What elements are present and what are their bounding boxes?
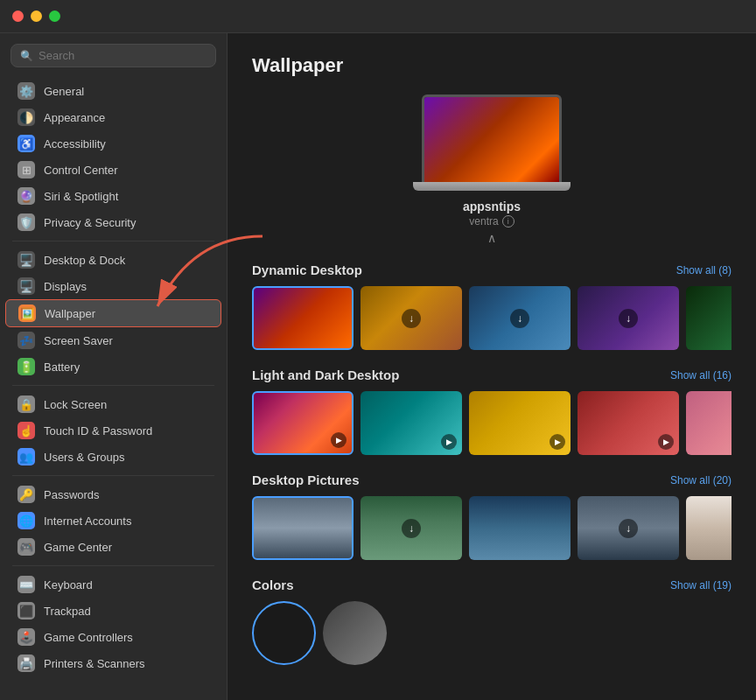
download-icon-dd-2: ↓ [402,309,421,328]
sidebar-item-printers-scanners[interactable]: 🖨️ Printers & Scanners [5,650,221,676]
sidebar-section-2: 🖥️ Desktop & Dock 🖥️ Displays 🖼️ Wallpap… [0,247,227,380]
download-icon-dd-4: ↓ [619,309,638,328]
sidebar-label-displays: Displays [44,280,87,293]
divider-4 [12,565,214,566]
game-controllers-icon: 🕹️ [18,628,35,646]
sidebar-item-game-center[interactable]: 🎮 Game Center [5,534,221,560]
sidebar-item-screen-saver[interactable]: 💤 Screen Saver [5,327,221,354]
close-button[interactable] [12,10,24,22]
search-box[interactable]: 🔍 [10,44,216,67]
wallpaper-thumb-ld-5[interactable]: ▶ [686,391,732,455]
wallpaper-thumb-color-2[interactable] [323,601,387,665]
wallpaper-thumb-dd-4[interactable]: ↓ [578,286,679,350]
sidebar-label-game-center: Game Center [44,541,112,554]
sidebar-item-trackpad[interactable]: ⬛ Trackpad [5,598,221,624]
divider-1 [12,241,214,242]
sidebar-item-game-controllers[interactable]: 🕹️ Game Controllers [5,624,221,650]
show-all-desktop-pics[interactable]: Show all (20) [670,474,732,486]
sidebar-label-siri-spotlight: Siri & Spotlight [44,190,118,203]
sidebar-item-touch-id[interactable]: ☝️ Touch ID & Password [5,417,221,444]
sidebar-label-control-center: Control Center [44,164,118,177]
section-header-desktop-pics: Desktop Pictures Show all (20) [252,472,732,487]
sidebar-section-1: ⚙️ General 🌓 Appearance ♿ Accessibility … [0,78,227,235]
wallpaper-grid-colors [252,601,732,665]
main-content: Wallpaper appsntips ventra i ∧ Dynamic D… [228,33,756,700]
wallpaper-thumb-dp-2[interactable]: ↓ [360,496,462,560]
show-all-dynamic[interactable]: Show all (8) [676,264,732,276]
wallpaper-grid-dynamic: ↓ ↓ ↓ [252,286,732,350]
section-header-dynamic: Dynamic Desktop Show all (8) [252,262,732,277]
wallpaper-thumb-dp-4[interactable]: ↓ [578,496,679,560]
play-icon-ld-3: ▶ [550,434,565,450]
sidebar-item-displays[interactable]: 🖥️ Displays [5,273,221,299]
wallpaper-thumb-dd-5[interactable] [686,286,732,350]
sidebar-label-desktop-dock: Desktop & Dock [44,254,125,267]
wallpaper-thumb-dd-2[interactable]: ↓ [360,286,462,350]
wallpaper-thumb-dd-1[interactable] [252,286,354,350]
sidebar: 🔍 ⚙️ General 🌓 Appearance ♿ Accessibilit… [0,33,228,700]
sidebar-item-internet-accounts[interactable]: 🌐 Internet Accounts [5,508,221,534]
collapse-arrow[interactable]: ∧ [487,231,496,245]
sidebar-item-siri-spotlight[interactable]: 🔮 Siri & Spotlight [5,183,221,209]
sidebar-label-screen-saver: Screen Saver [44,334,113,347]
sidebar-section-3: 🔒 Lock Screen ☝️ Touch ID & Password 👥 U… [0,391,227,470]
sidebar-item-desktop-dock[interactable]: 🖥️ Desktop & Dock [5,247,221,273]
wallpaper-grid-lightdark: ▶ ▶ ▶ ▶ ▶ [252,391,732,455]
minimize-button[interactable] [31,10,42,22]
control-center-icon: ⊞ [18,161,35,178]
trackpad-icon: ⬛ [18,602,35,620]
sidebar-item-lock-screen[interactable]: 🔒 Lock Screen [5,391,221,417]
sidebar-item-wallpaper[interactable]: 🖼️ Wallpaper [5,299,221,327]
divider-2 [12,385,214,386]
sidebar-item-privacy-security[interactable]: 🛡️ Privacy & Security [5,209,221,235]
sidebar-item-keyboard[interactable]: ⌨️ Keyboard [5,571,221,598]
sidebar-label-keyboard: Keyboard [44,578,93,592]
sidebar-item-accessibility[interactable]: ♿ Accessibility [5,130,221,157]
section-title-dynamic: Dynamic Desktop [252,262,362,277]
sidebar-item-users-groups[interactable]: 👥 Users & Groups [5,444,221,470]
displays-icon: 🖥️ [18,277,35,295]
title-bar [0,0,756,33]
divider-3 [12,475,214,476]
section-header-lightdark: Light and Dark Desktop Show all (16) [252,368,732,382]
wallpaper-thumb-color-1[interactable] [252,601,316,665]
maximize-button[interactable] [49,10,60,22]
sidebar-label-privacy-security: Privacy & Security [44,216,136,229]
sidebar-label-wallpaper: Wallpaper [45,307,95,320]
appearance-icon: 🌓 [18,108,35,126]
sidebar-label-appearance: Appearance [44,111,105,124]
keyboard-icon: ⌨️ [18,576,35,593]
info-icon[interactable]: i [502,215,514,228]
wallpaper-thumb-ld-4[interactable]: ▶ [578,391,679,455]
show-all-colors[interactable]: Show all (19) [670,579,732,592]
search-input[interactable] [38,49,206,62]
wallpaper-thumb-dd-3[interactable]: ↓ [469,286,570,350]
laptop-screen [422,94,562,182]
sidebar-label-touch-id: Touch ID & Password [44,424,152,438]
wallpaper-thumb-dp-5[interactable] [686,496,732,560]
wallpaper-thumb-dp-3[interactable] [469,496,570,560]
sidebar-item-appearance[interactable]: 🌓 Appearance [5,104,221,130]
wallpaper-thumb-ld-3[interactable]: ▶ [469,391,570,455]
play-icon-ld-2: ▶ [441,434,457,450]
sidebar-label-passwords: Passwords [44,488,100,501]
show-all-lightdark[interactable]: Show all (16) [670,369,732,382]
search-wrapper: 🔍 [0,44,227,78]
sidebar-item-battery[interactable]: 🔋 Battery [5,354,221,380]
wallpaper-thumb-ld-1[interactable]: ▶ [252,391,354,455]
download-icon-dp-2: ↓ [402,519,421,538]
sidebar-section-5: ⌨️ Keyboard ⬛ Trackpad 🕹️ Game Controlle… [0,571,227,676]
sidebar-label-battery: Battery [44,360,80,374]
lock-screen-icon: 🔒 [18,396,35,413]
page-title: Wallpaper [252,54,732,77]
desktop-dock-icon: 🖥️ [18,251,35,269]
sidebar-label-trackpad: Trackpad [44,605,91,618]
wallpaper-thumb-ld-2[interactable]: ▶ [360,391,462,455]
section-title-lightdark: Light and Dark Desktop [252,368,399,382]
sidebar-item-general[interactable]: ⚙️ General [5,78,221,104]
laptop-base [413,182,570,191]
sidebar-item-control-center[interactable]: ⊞ Control Center [5,157,221,183]
printers-scanners-icon: 🖨️ [18,654,35,672]
sidebar-item-passwords[interactable]: 🔑 Passwords [5,481,221,508]
wallpaper-thumb-dp-1[interactable] [252,496,354,560]
